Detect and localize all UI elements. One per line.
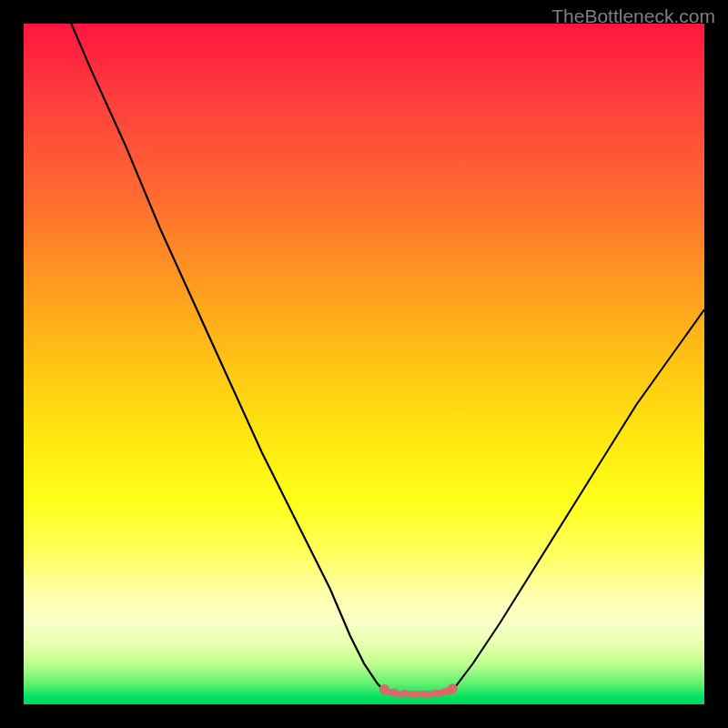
bottom-dot (411, 691, 419, 698)
bottom-dot (421, 691, 429, 698)
curve-right (452, 309, 704, 691)
curve-left (71, 24, 384, 691)
bottom-dot (379, 684, 389, 694)
bottom-dot (401, 690, 409, 697)
bottom-dot (391, 689, 399, 696)
chart-svg (24, 24, 704, 704)
bottom-dot (448, 683, 458, 693)
watermark-text: TheBottleneck.com (551, 5, 715, 27)
bottom-dot (432, 690, 440, 697)
plot-area (24, 24, 704, 704)
